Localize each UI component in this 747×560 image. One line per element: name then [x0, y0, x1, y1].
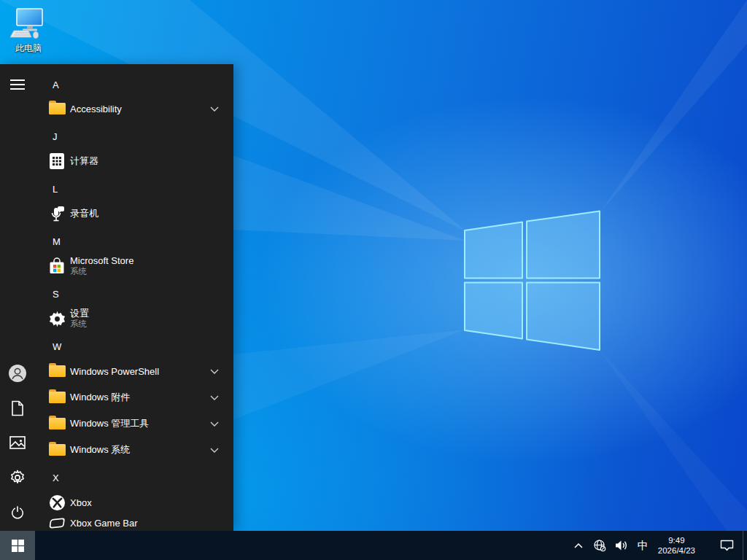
start-item-accessibility[interactable]: Accessibility: [35, 96, 233, 121]
ime-indicator[interactable]: 中: [632, 531, 654, 560]
desktop-icon-label: 此电脑: [15, 42, 42, 55]
volume-speaker-icon[interactable]: [611, 531, 632, 560]
start-menu-rail: [0, 64, 35, 531]
taskbar-clock[interactable]: 9:49 2026/4/23: [654, 535, 700, 556]
voice-recorder-icon: [49, 205, 65, 222]
start-item-microsoft-store[interactable]: Microsoft Store 系统: [35, 252, 233, 281]
chevron-down-icon[interactable]: [210, 421, 219, 427]
start-item-windows-system[interactable]: Windows 系统: [35, 438, 233, 462]
tray-expand-chevron-icon[interactable]: [568, 531, 589, 560]
settings-rail-icon[interactable]: [9, 469, 26, 486]
power-icon[interactable]: [9, 504, 26, 521]
user-account-icon[interactable]: [9, 365, 26, 382]
folder-icon: [49, 103, 66, 114]
start-button[interactable]: [0, 531, 35, 560]
start-menu-app-list: A Accessibility J 计算器: [35, 64, 233, 531]
chevron-down-icon[interactable]: [210, 106, 219, 112]
pictures-icon[interactable]: [9, 434, 26, 451]
hamburger-menu-icon[interactable]: [9, 76, 26, 93]
folder-icon: [49, 444, 66, 456]
xbox-icon: [49, 494, 66, 511]
start-item-xbox-game-bar[interactable]: Xbox Game Bar: [35, 510, 233, 531]
chevron-down-icon[interactable]: [210, 448, 219, 453]
windows-logo-icon: [12, 540, 24, 552]
network-globe-offline-icon[interactable]: [589, 531, 611, 560]
section-header-m[interactable]: M: [35, 233, 233, 250]
chevron-down-icon[interactable]: [210, 395, 219, 400]
show-desktop-button[interactable]: [743, 531, 747, 560]
start-item-calculator[interactable]: 计算器: [35, 149, 233, 174]
chevron-down-icon[interactable]: [210, 369, 219, 374]
calculator-icon: [49, 152, 65, 170]
section-header-x[interactable]: X: [35, 469, 233, 486]
xbox-game-bar-icon: [48, 515, 66, 531]
clock-date: 2026/4/23: [658, 545, 695, 556]
section-header-s[interactable]: S: [35, 285, 233, 303]
system-tray: 中 9:49 2026/4/23: [568, 531, 747, 560]
start-item-windows-admin-tools[interactable]: Windows 管理工具: [35, 411, 233, 436]
section-header-w[interactable]: W: [35, 338, 233, 355]
folder-icon: [49, 365, 66, 377]
settings-gear-icon: [49, 311, 66, 327]
desktop-icon-this-pc[interactable]: 此电脑: [6, 7, 51, 55]
start-item-voice-recorder[interactable]: 录音机: [35, 201, 233, 226]
start-menu: A Accessibility J 计算器: [0, 64, 233, 531]
folder-icon: [49, 392, 66, 403]
start-item-settings[interactable]: 设置 系统: [35, 304, 233, 333]
start-item-windows-powershell[interactable]: Windows PowerShell: [35, 359, 233, 384]
section-header-l[interactable]: L: [35, 180, 233, 198]
section-header-j[interactable]: J: [35, 128, 233, 145]
taskbar: 中 9:49 2026/4/23: [0, 531, 747, 560]
start-item-windows-accessories[interactable]: Windows 附件: [35, 385, 233, 410]
documents-icon[interactable]: [9, 400, 26, 417]
microsoft-store-icon: [48, 257, 66, 275]
action-center-icon[interactable]: [711, 531, 743, 560]
clock-time: 9:49: [658, 535, 695, 545]
this-pc-icon: [10, 7, 47, 41]
folder-icon: [49, 418, 66, 429]
section-header-a[interactable]: A: [35, 76, 233, 93]
